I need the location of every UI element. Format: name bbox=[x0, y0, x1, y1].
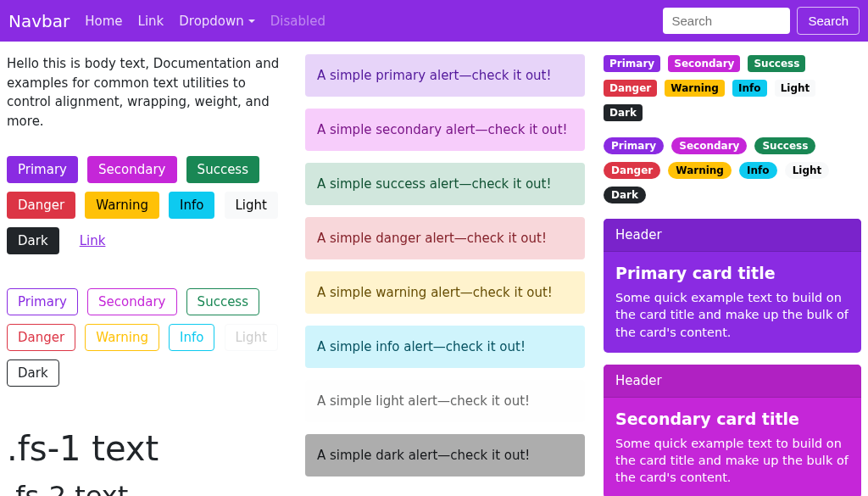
nav-disabled: Disabled bbox=[270, 14, 326, 29]
solid-buttons-row: Primary Secondary Success Danger Warning… bbox=[7, 156, 287, 263]
alert-danger: A simple danger alert—check it out! bbox=[305, 217, 585, 259]
outline-success-button[interactable]: Success bbox=[186, 288, 259, 315]
outline-light-button[interactable]: Light bbox=[225, 324, 278, 351]
outline-danger-button[interactable]: Danger bbox=[7, 324, 75, 351]
card-header: Header bbox=[604, 365, 861, 398]
nav-dropdown-label: Dropdown bbox=[179, 14, 244, 29]
nav-dropdown[interactable]: Dropdown bbox=[179, 14, 255, 29]
fs-list: .fs-1 text .fs-2 text .fs-3 text .fs-4 t… bbox=[7, 429, 287, 496]
badge-secondary: Secondary bbox=[668, 55, 740, 72]
outline-info-button[interactable]: Info bbox=[169, 324, 214, 351]
danger-button[interactable]: Danger bbox=[7, 192, 75, 219]
nav-home[interactable]: Home bbox=[85, 14, 122, 29]
outline-warning-button[interactable]: Warning bbox=[85, 324, 159, 351]
secondary-button[interactable]: Secondary bbox=[87, 156, 176, 183]
pill-badge-secondary: Secondary bbox=[671, 137, 747, 154]
pill-badge-info: Info bbox=[739, 162, 776, 179]
link-button[interactable]: Link bbox=[69, 227, 117, 254]
card-header: Header bbox=[604, 219, 861, 252]
card-title: Primary card title bbox=[615, 264, 849, 282]
light-button[interactable]: Light bbox=[225, 192, 278, 219]
outline-primary-button[interactable]: Primary bbox=[7, 288, 78, 315]
pill-badge-danger: Danger bbox=[604, 162, 660, 179]
success-button[interactable]: Success bbox=[186, 156, 259, 183]
fs-1-text: .fs-1 text bbox=[7, 429, 287, 468]
alert-primary: A simple primary alert—check it out! bbox=[305, 54, 585, 97]
outline-dark-button[interactable]: Dark bbox=[7, 359, 59, 387]
outline-secondary-button[interactable]: Secondary bbox=[87, 288, 176, 315]
alert-secondary: A simple secondary alert—check it out! bbox=[305, 109, 585, 151]
display-1-heading: Display 1 bbox=[305, 488, 585, 496]
card-text: Some quick example text to build on the … bbox=[615, 435, 849, 487]
chevron-down-icon bbox=[248, 20, 255, 23]
navbar-brand[interactable]: Navbar bbox=[8, 11, 70, 31]
card-secondary: Header Secondary card title Some quick e… bbox=[604, 365, 861, 496]
badge-danger: Danger bbox=[604, 80, 657, 97]
fs-2-text: .fs-2 text bbox=[7, 480, 287, 496]
alert-success: A simple success alert—check it out! bbox=[305, 163, 585, 205]
alert-warning: A simple warning alert—check it out! bbox=[305, 271, 585, 314]
warning-button[interactable]: Warning bbox=[85, 192, 159, 219]
outline-buttons-row: Primary Secondary Success Danger Warning… bbox=[7, 288, 287, 395]
pill-badge-warning: Warning bbox=[668, 162, 732, 179]
intro-text: Hello this is body text, Documentation a… bbox=[7, 54, 287, 131]
badge-group: Primary Secondary Success Danger Warning… bbox=[604, 54, 861, 128]
info-button[interactable]: Info bbox=[169, 192, 214, 219]
search-button[interactable]: Search bbox=[797, 7, 860, 35]
badge-primary: Primary bbox=[604, 55, 660, 72]
pill-badge-light: Light bbox=[785, 162, 830, 179]
badge-dark: Dark bbox=[604, 104, 643, 121]
badge-light: Light bbox=[775, 80, 816, 97]
primary-button[interactable]: Primary bbox=[7, 156, 78, 183]
badge-warning: Warning bbox=[665, 80, 725, 97]
badge-success: Success bbox=[748, 55, 805, 72]
search-input[interactable] bbox=[663, 8, 790, 34]
pill-badge-group: Primary Secondary Success Danger Warning… bbox=[604, 137, 861, 210]
alert-dark: A simple dark alert—check it out! bbox=[305, 434, 585, 476]
pill-badge-success: Success bbox=[754, 137, 815, 154]
card-text: Some quick example text to build on the … bbox=[615, 289, 849, 341]
alert-light: A simple light alert—check it out! bbox=[305, 380, 585, 422]
alert-info: A simple info alert—check it out! bbox=[305, 326, 585, 368]
badge-info: Info bbox=[732, 80, 766, 97]
navbar: Navbar Home Link Dropdown Disabled Searc… bbox=[0, 0, 868, 42]
card-primary: Header Primary card title Some quick exa… bbox=[604, 219, 861, 353]
pill-badge-dark: Dark bbox=[604, 187, 646, 203]
nav-link[interactable]: Link bbox=[138, 14, 164, 29]
card-title: Secondary card title bbox=[615, 410, 849, 428]
pill-badge-primary: Primary bbox=[604, 137, 664, 154]
dark-button[interactable]: Dark bbox=[7, 227, 59, 254]
